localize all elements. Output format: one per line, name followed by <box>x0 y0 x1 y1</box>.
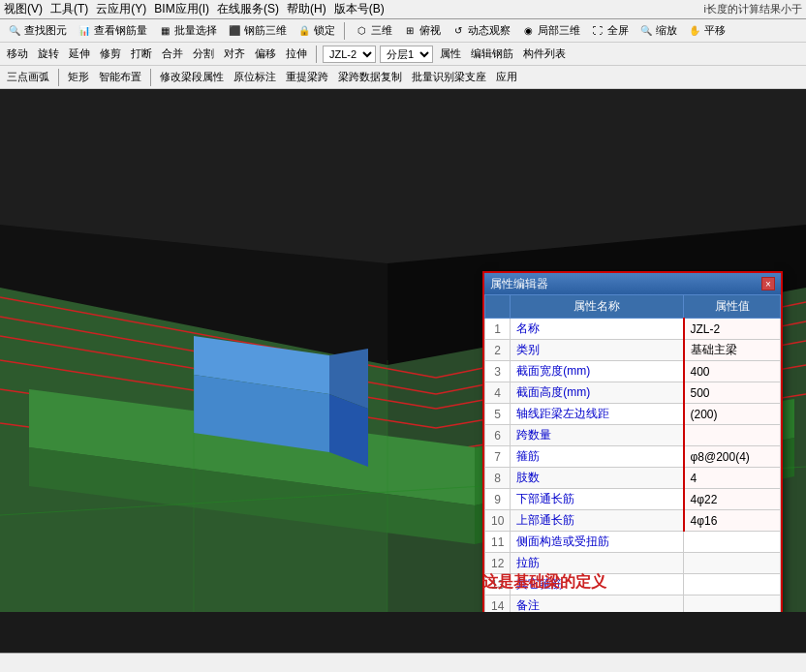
toolbar-3: 三点画弧 矩形 智能布置 修改梁段属性 原位标注 重提梁跨 梁跨数据复制 批量识… <box>0 66 806 89</box>
sep4 <box>150 69 151 86</box>
btn-view-rebar[interactable]: 📊 查看钢筋量 <box>74 22 150 40</box>
btn-offset[interactable]: 偏移 <box>252 46 279 62</box>
table-row: 6 跨数量 <box>485 425 781 446</box>
table-row: 10 上部通长筋 4φ16 <box>485 510 781 532</box>
btn-zoom[interactable]: 🔍 缩放 <box>636 22 680 40</box>
btn-align[interactable]: 对齐 <box>221 46 248 62</box>
btn-local-3d[interactable]: ◉ 局部三维 <box>517 22 583 40</box>
caption-text: 这是基础梁的定义 <box>482 572 606 593</box>
btn-merge[interactable]: 合并 <box>159 46 186 62</box>
btn-apply[interactable]: 应用 <box>493 69 520 85</box>
zoom-icon: 🔍 <box>638 23 654 39</box>
btn-dynamic-obs[interactable]: ↺ 动态观察 <box>448 22 513 40</box>
dialog-close-button[interactable]: × <box>761 277 775 290</box>
btn-copy-span-data[interactable]: 梁跨数据复制 <box>335 69 405 85</box>
table-row: 2 类别 基础主梁 <box>485 340 781 361</box>
property-table: 属性名称 属性值 1 名称 JZL-2 2 类别 基础主梁 3 截面宽度(mm) <box>484 294 781 612</box>
menu-version[interactable]: 版本号(B) <box>334 1 385 17</box>
table-row: 3 截面宽度(mm) 400 <box>485 361 781 382</box>
dialog-title-bar: 属性编辑器 × <box>484 273 781 294</box>
toolbar-2: 移动 旋转 延伸 修剪 打断 合并 分割 对齐 偏移 拉伸 JZL-2 分层1 … <box>0 43 806 66</box>
btn-edit-rebar[interactable]: 编辑钢筋 <box>468 46 516 62</box>
btn-fullscreen[interactable]: ⛶ 全屏 <box>587 22 632 40</box>
fullscreen-icon: ⛶ <box>590 23 605 39</box>
table-row: 12 拉筋 <box>485 553 781 574</box>
btn-lock[interactable]: 🔒 锁定 <box>294 22 338 40</box>
btn-component-list[interactable]: 构件列表 <box>520 46 569 62</box>
lock-icon: 🔒 <box>296 23 312 39</box>
table-row: 4 截面高度(mm) 500 <box>485 382 781 404</box>
pan-icon: ✋ <box>687 23 702 39</box>
col-num-header <box>485 295 511 319</box>
menu-view[interactable]: 视图(V) <box>4 1 43 17</box>
rebar3d-icon: ⬛ <box>227 23 242 39</box>
table-row: 9 下部通长筋 4φ22 <box>485 489 781 510</box>
btn-extend[interactable]: 延伸 <box>66 46 93 62</box>
btn-original-mark[interactable]: 原位标注 <box>231 69 279 85</box>
menu-cloud[interactable]: 云应用(Y) <box>96 1 146 17</box>
menu-bar: 视图(V) 工具(T) 云应用(Y) BIM应用(I) 在线服务(S) 帮助(H… <box>0 0 806 19</box>
btn-batch-identify[interactable]: 批量识别梁支座 <box>409 69 489 85</box>
status-bar <box>0 653 806 672</box>
btn-rect[interactable]: 矩形 <box>65 69 92 85</box>
btn-stretch[interactable]: 拉伸 <box>283 46 310 62</box>
table-row: 7 箍筋 φ8@200(4) <box>485 446 781 468</box>
rebar-view-icon: 📊 <box>77 23 92 39</box>
sep2 <box>316 46 317 63</box>
btn-batch-select[interactable]: ▦ 批量选择 <box>154 22 220 40</box>
title-text: i长度的计算结果小于 <box>704 2 802 16</box>
col-value-header: 属性值 <box>684 295 781 319</box>
col-name-header: 属性名称 <box>511 295 684 319</box>
btn-trim[interactable]: 修剪 <box>97 46 124 62</box>
btn-property[interactable]: 属性 <box>437 46 464 62</box>
btn-rebar-3d[interactable]: ⬛ 钢筋三维 <box>224 22 290 40</box>
btn-3d[interactable]: ⬡ 三维 <box>351 22 395 40</box>
btn-modify-beam-seg[interactable]: 修改梁段属性 <box>157 69 227 85</box>
btn-find-element[interactable]: 🔍 查找图元 <box>4 22 70 40</box>
sep3 <box>58 69 59 86</box>
btn-split[interactable]: 分割 <box>190 46 217 62</box>
btn-move[interactable]: 移动 <box>4 46 31 62</box>
table-row: 5 轴线距梁左边线距 (200) <box>485 404 781 425</box>
find-icon: 🔍 <box>7 23 22 39</box>
top-view-icon: ⊞ <box>402 23 418 39</box>
toolbar-1: 🔍 查找图元 📊 查看钢筋量 ▦ 批量选择 ⬛ 钢筋三维 🔒 锁定 ⬡ 三维 ⊞… <box>0 19 806 43</box>
layer-select[interactable]: 分层1 <box>380 46 433 63</box>
btn-re-extract-span[interactable]: 重提梁跨 <box>283 69 331 85</box>
property-editor-dialog: 属性编辑器 × 属性名称 属性值 1 名称 JZL-2 2 类别 <box>482 271 783 612</box>
table-row: 8 肢数 4 <box>485 468 781 489</box>
component-select[interactable]: JZL-2 <box>323 46 376 63</box>
btn-pan[interactable]: ✋ 平移 <box>684 22 728 40</box>
sep1 <box>344 22 345 40</box>
3d-icon: ⬡ <box>354 23 369 39</box>
btn-arc[interactable]: 三点画弧 <box>4 69 52 85</box>
menu-bim[interactable]: BIM应用(I) <box>154 1 209 17</box>
table-row: 11 侧面构造或受扭筋 <box>485 532 781 553</box>
dialog-title-text: 属性编辑器 <box>490 276 548 292</box>
btn-break[interactable]: 打断 <box>128 46 155 62</box>
menu-help[interactable]: 帮助(H) <box>287 1 326 17</box>
btn-smart-place[interactable]: 智能布置 <box>96 69 144 85</box>
batch-icon: ▦ <box>157 23 172 39</box>
btn-top-view[interactable]: ⊞ 俯视 <box>399 22 444 40</box>
table-row: 1 名称 JZL-2 <box>485 319 781 340</box>
table-row: 14 备注 <box>485 596 781 613</box>
menu-tools[interactable]: 工具(T) <box>50 1 88 17</box>
property-rows: 1 名称 JZL-2 2 类别 基础主梁 3 截面宽度(mm) 400 4 截面… <box>485 319 781 613</box>
menu-online[interactable]: 在线服务(S) <box>217 1 279 17</box>
dynamic-obs-icon: ↺ <box>450 23 466 39</box>
local3d-icon: ◉ <box>520 23 536 39</box>
viewport-3d: 属性编辑器 × 属性名称 属性值 1 名称 JZL-2 2 类别 <box>0 89 806 612</box>
btn-rotate[interactable]: 旋转 <box>35 46 62 62</box>
